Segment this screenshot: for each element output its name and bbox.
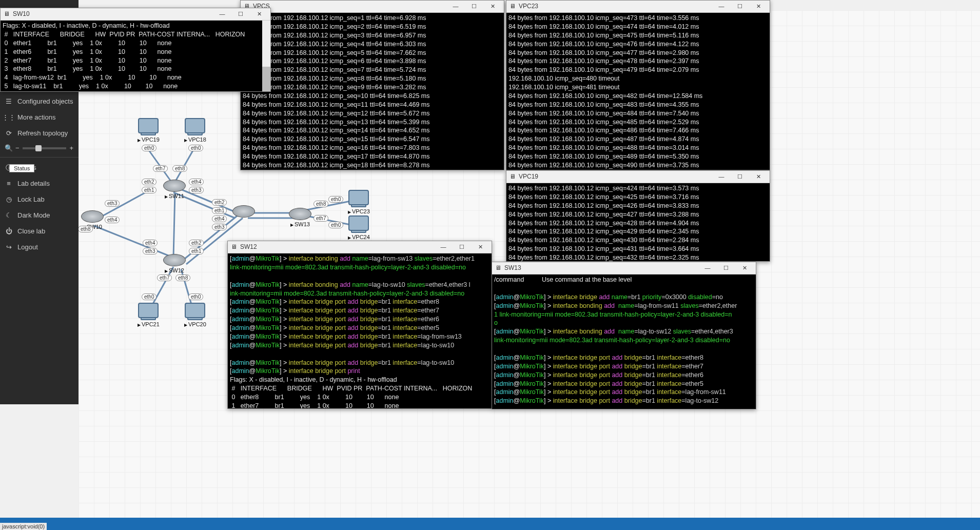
maximize-icon[interactable]: ☐: [731, 1, 749, 13]
putty-icon: 🖥: [4, 10, 10, 18]
minimize-icon[interactable]: —: [446, 1, 465, 13]
minimize-icon[interactable]: —: [712, 171, 731, 183]
stack-icon: ☰: [5, 98, 12, 105]
minimize-icon[interactable]: —: [712, 1, 731, 13]
maximize-icon[interactable]: ☐: [231, 8, 250, 21]
zoom-plus[interactable]: +: [69, 144, 73, 152]
router-icon: [289, 208, 311, 220]
titlebar[interactable]: 🖥SW12 —☐✕: [228, 241, 492, 253]
pc-icon: [138, 303, 159, 318]
power-icon: ⏻: [5, 228, 12, 235]
iface-VPC24-eth0: eth0: [328, 222, 343, 228]
device-fabric[interactable]: eth2 eth1 eth4 eth3: [232, 205, 255, 218]
close-icon[interactable]: ✕: [483, 1, 502, 13]
putty-icon: 🖥: [509, 2, 516, 10]
sidebar-item-lab-details[interactable]: ≡ Lab details: [0, 175, 79, 191]
device-VPC19[interactable]: ▶VPC19 eth0: [138, 118, 160, 143]
iface-VPC19-eth0: eth0: [142, 145, 156, 151]
device-VPC23[interactable]: ▶VPC23 eth0: [348, 190, 370, 214]
iface-SW10-eth8: eth8: [78, 226, 93, 232]
maximize-icon[interactable]: ☐: [453, 241, 471, 253]
close-icon[interactable]: ✕: [250, 8, 268, 21]
sidebar-item-lock-lab[interactable]: ◷ Lock Lab: [0, 191, 79, 207]
device-VPC20[interactable]: ▶VPC20 eth0: [184, 303, 206, 327]
zoom-minus[interactable]: −: [15, 144, 19, 152]
pc-icon: [138, 118, 159, 133]
pc-icon: [185, 118, 205, 133]
sidebar-item-more-actions[interactable]: ⋮⋮ More actions: [0, 109, 79, 125]
moon-icon: ☾: [5, 212, 12, 219]
iface-SW12-eth7: eth7: [157, 274, 172, 281]
iface-SW12-eth8: eth8: [175, 274, 190, 281]
zoom-slider[interactable]: [23, 147, 67, 149]
terminal-sw12[interactable]: 🖥SW12 —☐✕ [admin@MikroTik] > interface b…: [227, 241, 492, 409]
device-SW13[interactable]: ▶SW13 eth8 eth7: [289, 208, 311, 227]
pc-icon: [185, 303, 205, 318]
divider: [0, 157, 79, 158]
sidebar-item-logout[interactable]: ↪ Logout: [0, 239, 79, 255]
iface-SW11-eth8: eth8: [172, 165, 187, 172]
device-VPC24[interactable]: ▶VPC24 eth0: [348, 215, 370, 240]
putty-icon: 🖥: [509, 172, 516, 181]
titlebar[interactable]: 🖥VPC23 —☐✕: [506, 1, 770, 13]
iface-eth3: eth3: [212, 224, 227, 230]
device-VPC21[interactable]: ▶VPC21 eth0: [138, 303, 160, 327]
close-icon[interactable]: ✕: [471, 241, 489, 253]
terminal-vpc19[interactable]: 🖥VPC19 —☐✕ 84 bytes from 192.168.100.12 …: [506, 170, 770, 262]
window-title: VPC19: [519, 172, 538, 181]
titlebar[interactable]: 🖥SW13 —☐✕: [492, 262, 756, 274]
device-SW12[interactable]: ▶SW12 eth4 eth3 eth2 eth1 eth7 eth8: [163, 254, 186, 273]
window-title: SW10: [13, 10, 30, 18]
device-VPC18[interactable]: ▶VPC18 eth0: [184, 118, 206, 143]
zoom-control[interactable]: 🔍 − +: [0, 141, 79, 155]
minimize-icon[interactable]: —: [213, 8, 231, 21]
window-title: VPC23: [519, 2, 538, 10]
device-SW10[interactable]: ▶SW10 eth3 eth4 eth8: [81, 210, 104, 230]
iface-SW11-eth2: eth2: [142, 179, 156, 185]
sidebar-item-configured-objects[interactable]: ☰ Configured objects: [0, 93, 79, 109]
iface-SW12-eth2: eth2: [189, 240, 204, 246]
sidebar-item-refresh[interactable]: ⟳ Refresh topology: [0, 125, 79, 141]
terminal-sw10[interactable]: 🖥SW10 — ☐ ✕ Flags: X - disabled, I - ina…: [0, 8, 271, 92]
terminal-body[interactable]: 84 bytes from 192.168.100.12 icmp_seq=42…: [506, 183, 770, 261]
minimize-icon[interactable]: —: [434, 241, 453, 253]
iface-SW10-eth4: eth4: [105, 217, 120, 223]
putty-icon: 🖥: [495, 264, 501, 272]
iface-SW13-eth7: eth7: [313, 215, 328, 222]
device-SW11[interactable]: ▶SW11 eth7 eth8 eth2 eth1 eth4 eth3: [163, 180, 186, 199]
maximize-icon[interactable]: ☐: [717, 262, 735, 274]
titlebar[interactable]: 🖥VPC19 —☐✕: [506, 171, 770, 183]
close-icon[interactable]: ✕: [749, 1, 768, 13]
logout-icon: ↪: [5, 244, 12, 251]
pc-icon: [348, 190, 369, 205]
terminal-body[interactable]: /command Use command at the base level […: [492, 274, 756, 409]
minimize-icon[interactable]: —: [698, 262, 717, 274]
iface-SW13-eth8: eth8: [313, 201, 328, 207]
sidebar-label: Refresh topology: [17, 129, 68, 137]
grid-icon: ⋮⋮: [5, 114, 12, 121]
refresh-icon: ⟳: [5, 130, 12, 137]
zoom-knob[interactable]: [35, 145, 42, 151]
maximize-icon[interactable]: ☐: [731, 171, 749, 183]
router-icon: [232, 205, 255, 218]
sidebar-item-close-lab[interactable]: ⏻ Close lab: [0, 223, 79, 239]
scrollbar[interactable]: [262, 21, 270, 91]
terminal-sw13[interactable]: 🖥SW13 —☐✕ /command Use command at the ba…: [492, 262, 756, 409]
close-icon[interactable]: ✕: [735, 262, 754, 274]
maximize-icon[interactable]: ☐: [465, 1, 483, 13]
sidebar-item-dark-mode[interactable]: ☾ Dark Mode: [0, 207, 79, 223]
sidebar-label: Logout: [17, 243, 38, 251]
terminal-body[interactable]: 84 bytes from 192.168.100.12 icmp_seq=1 …: [241, 13, 504, 170]
terminal-body[interactable]: 84 bytes from 192.168.100.10 icmp_seq=47…: [506, 13, 770, 170]
iface-SW11-eth4: eth4: [189, 179, 204, 185]
titlebar[interactable]: 🖥VPCS —☐✕: [241, 1, 504, 13]
taskbar[interactable]: [0, 518, 980, 530]
sidebar-label: Dark Mode: [17, 211, 50, 219]
router-icon: [163, 254, 186, 266]
close-icon[interactable]: ✕: [749, 171, 768, 183]
terminal-body[interactable]: [admin@MikroTik] > interface bonding add…: [228, 253, 492, 408]
titlebar[interactable]: 🖥SW10 — ☐ ✕: [1, 8, 270, 21]
terminal-body[interactable]: Flags: X - disabled, I - inactive, D - d…: [1, 21, 270, 91]
terminal-vpc23[interactable]: 🖥VPC23 —☐✕ 84 bytes from 192.168.100.10 …: [506, 0, 770, 170]
terminal-vpcs[interactable]: 🖥VPCS —☐✕ 84 bytes from 192.168.100.12 i…: [240, 0, 504, 170]
